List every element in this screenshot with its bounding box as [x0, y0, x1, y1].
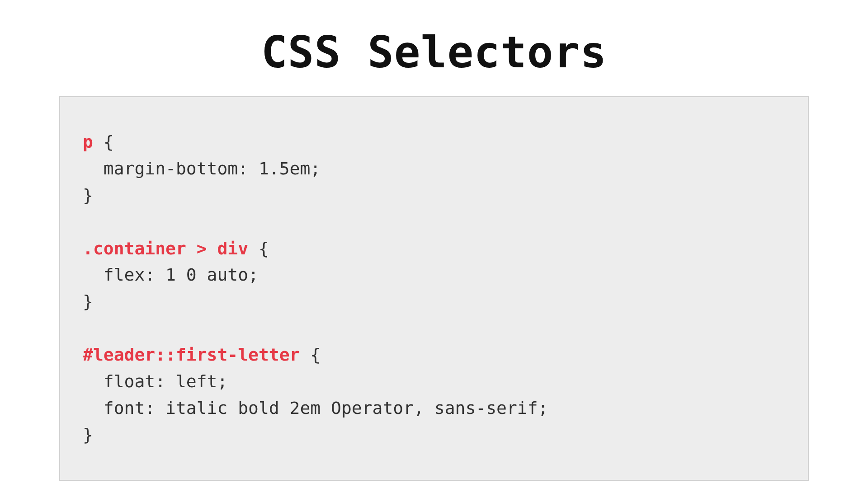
declaration: font: italic bold 2em Operator, sans-ser…: [83, 398, 548, 418]
brace-open: {: [300, 345, 321, 365]
declaration: float: left;: [83, 371, 227, 391]
code-content: p { margin-bottom: 1.5em; } .container >…: [83, 129, 785, 448]
code-block: p { margin-bottom: 1.5em; } .container >…: [59, 96, 809, 481]
declaration: margin-bottom: 1.5em;: [83, 159, 321, 178]
brace-close: }: [83, 291, 93, 311]
selector-p: p: [83, 132, 93, 152]
selector-container-div: .container > div: [83, 239, 248, 258]
brace-close: }: [83, 185, 93, 205]
brace-close: }: [83, 425, 93, 445]
declaration: flex: 1 0 auto;: [83, 265, 259, 285]
selector-leader-first-letter: #leader::first-letter: [83, 345, 300, 365]
brace-open: {: [93, 132, 114, 152]
slide-title: CSS Selectors: [59, 27, 809, 78]
brace-open: {: [248, 239, 269, 258]
slide: CSS Selectors p { margin-bottom: 1.5em; …: [0, 0, 868, 488]
